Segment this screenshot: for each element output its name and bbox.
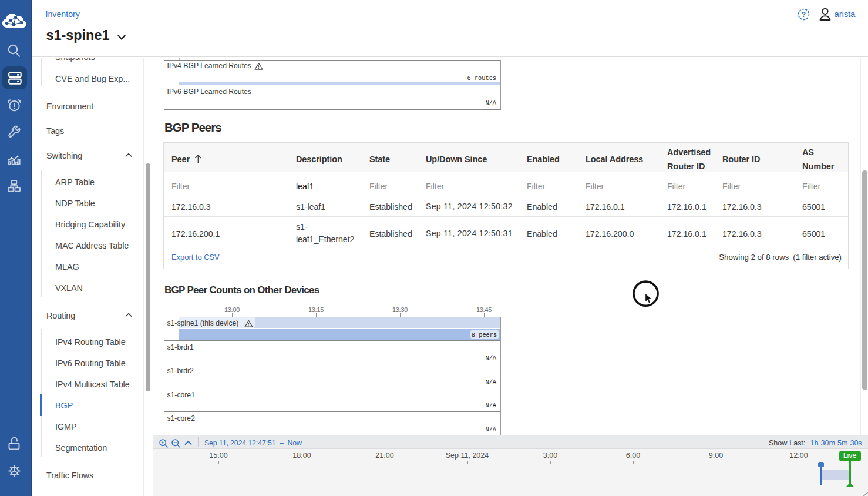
svg-text:?: ? (802, 11, 806, 19)
